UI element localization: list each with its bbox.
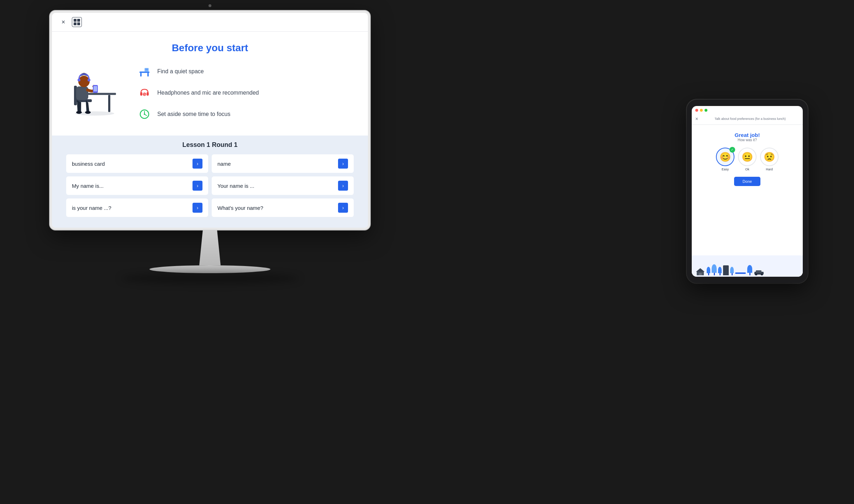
road-marker [735, 272, 746, 274]
svg-rect-6 [76, 86, 88, 100]
tips-list: Find a quiet space [137, 61, 354, 128]
vocab-arrow: › [193, 203, 202, 213]
svg-rect-21 [147, 92, 149, 96]
svg-rect-2 [108, 95, 110, 112]
svg-point-26 [144, 113, 145, 115]
tablet-dot-red [695, 109, 698, 112]
before-start-section: Before you start [52, 32, 368, 136]
svg-point-13 [88, 79, 90, 81]
easy-emoji: 😊 ✓ [716, 148, 734, 166]
hard-label: Hard [766, 168, 773, 171]
checkmark-badge: ✓ [729, 147, 735, 153]
content-row: Find a quiet space [66, 61, 354, 128]
vocab-arrow: › [193, 159, 202, 169]
tablet-app-header: × Talk about food preferences (for a bus… [692, 115, 803, 125]
tip-text-headphones: Headphones and mic are recommended [157, 90, 259, 96]
monitor-stand-base [149, 265, 270, 273]
building-1 [723, 265, 729, 275]
grid-button[interactable] [72, 17, 82, 27]
vocab-arrow: › [338, 181, 348, 191]
svg-rect-16 [147, 73, 149, 76]
lesson-section: Lesson 1 Round 1 business card › name › … [52, 136, 368, 228]
close-button[interactable]: × [59, 18, 68, 26]
vocab-label: Your name is ... [217, 183, 254, 189]
car-icon [754, 270, 764, 275]
svg-rect-17 [144, 68, 149, 71]
tip-text-quiet: Find a quiet space [157, 68, 204, 75]
desk-icon [137, 64, 152, 79]
monitor: × Before you start [50, 11, 370, 284]
vocab-label: name [217, 161, 231, 167]
svg-rect-29 [699, 273, 702, 275]
tablet-dot-green [705, 109, 707, 112]
vocab-item-your-name[interactable]: Your name is ... › [212, 176, 354, 195]
tree-4 [730, 267, 734, 275]
monitor-shadow [121, 273, 299, 284]
vocab-item-my-name[interactable]: My name is... › [66, 176, 208, 195]
vocab-label: is your name ...? [72, 205, 111, 211]
tablet-header-text: Talk about food preferences (for a busin… [701, 117, 799, 121]
svg-marker-27 [696, 268, 705, 272]
house-icon [695, 267, 705, 275]
tree-1 [707, 267, 710, 275]
easy-label: Easy [722, 168, 729, 171]
tip-text-time: Set aside some time to focus [157, 111, 230, 117]
how-was-it-label: How was it? [697, 138, 798, 142]
tablet-content: Great job! How was it? 😊 ✓ Easy 😐 O [692, 125, 803, 193]
lesson-title: Lesson 1 Round 1 [66, 141, 354, 149]
svg-point-10 [76, 111, 82, 114]
feedback-easy[interactable]: 😊 ✓ Easy [716, 148, 734, 171]
done-button[interactable]: Done [734, 177, 760, 186]
tablet-dots-row [692, 106, 803, 115]
tablet-dot-yellow [700, 109, 703, 112]
svg-rect-15 [140, 73, 142, 76]
before-start-title: Before you start [66, 42, 354, 54]
tip-item-quiet: Find a quiet space [137, 64, 354, 79]
svg-rect-20 [140, 92, 142, 96]
tip-item-time: Set aside some time to focus [137, 107, 354, 121]
feedback-row: 😊 ✓ Easy 😐 Ok 😟 Hard [697, 148, 798, 171]
app-header: × [52, 13, 368, 32]
hard-emoji: 😟 [760, 148, 779, 166]
tablet-frame: × Talk about food preferences (for a bus… [687, 100, 808, 283]
vocab-label: My name is... [72, 183, 104, 189]
vocab-grid: business card › name › My name is... › Y… [66, 154, 354, 217]
tablet-screen: × Talk about food preferences (for a bus… [692, 106, 803, 277]
svg-point-7 [78, 76, 90, 87]
clock-icon [137, 107, 152, 121]
headphone-icon [137, 86, 152, 100]
feedback-ok[interactable]: 😐 Ok [738, 148, 757, 171]
ok-emoji: 😐 [738, 148, 757, 166]
vocab-item-is-your-name[interactable]: is your name ...? › [66, 198, 208, 217]
svg-rect-9 [94, 86, 97, 91]
vocab-arrow: › [338, 159, 348, 169]
feedback-hard[interactable]: 😟 Hard [760, 148, 779, 171]
monitor-stand-top [192, 230, 228, 265]
svg-rect-14 [139, 71, 149, 73]
vocab-label: What's your name? [217, 205, 263, 211]
monitor-camera [209, 4, 211, 7]
tip-item-headphones: Headphones and mic are recommended [137, 86, 354, 100]
svg-point-12 [78, 79, 80, 81]
vocab-item-name[interactable]: name › [212, 154, 354, 173]
vocab-item-whats-name[interactable]: What's your name? › [212, 198, 354, 217]
great-job-label: Great job! [697, 132, 798, 138]
svg-point-11 [85, 111, 91, 114]
person-illustration [66, 61, 123, 118]
vocab-label: business card [72, 161, 105, 167]
tablet-close-button[interactable]: × [695, 116, 698, 122]
svg-rect-31 [756, 270, 761, 273]
monitor-screen: × Before you start [52, 13, 368, 228]
tree-3 [718, 267, 722, 275]
ok-label: Ok [745, 168, 749, 171]
vocab-arrow: › [338, 203, 348, 213]
vocab-item-business-card[interactable]: business card › [66, 154, 208, 173]
tablet: × Talk about food preferences (for a bus… [687, 100, 808, 283]
tree-2 [712, 264, 717, 275]
monitor-screen-border: × Before you start [50, 11, 370, 230]
tablet-bottom-scene [692, 255, 803, 277]
vocab-arrow: › [193, 181, 202, 191]
tree-5 [747, 265, 752, 275]
